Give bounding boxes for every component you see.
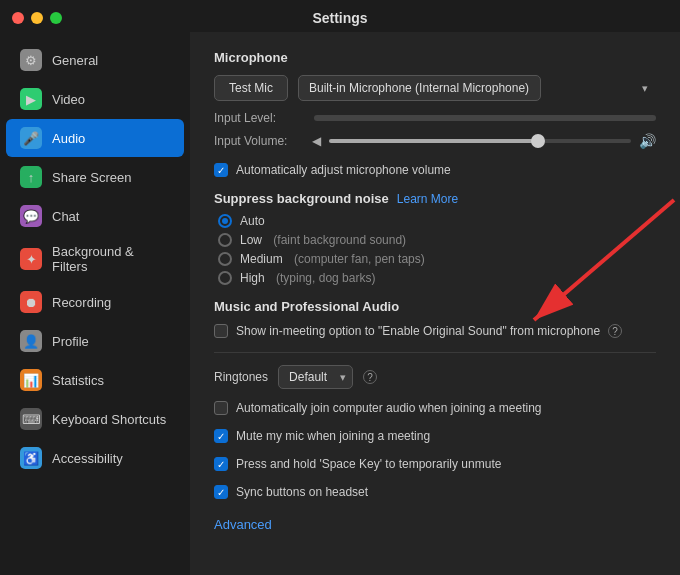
sidebar-item-label-background: Background & Filters bbox=[52, 244, 170, 274]
auto-adjust-label: Automatically adjust microphone volume bbox=[236, 163, 451, 177]
show-option-row: Show in-meeting option to "Enable Origin… bbox=[214, 324, 656, 338]
share-screen-icon: ↑ bbox=[20, 166, 42, 188]
ringtones-select-wrapper: Default Chime Bell None bbox=[278, 365, 353, 389]
mute-mic-row: Mute my mic when joining a meeting bbox=[214, 429, 656, 443]
audio-icon: 🎤 bbox=[20, 127, 42, 149]
sidebar-item-recording[interactable]: ⏺Recording bbox=[6, 283, 184, 321]
sidebar-item-label-general: General bbox=[52, 53, 98, 68]
sidebar-item-chat[interactable]: 💬Chat bbox=[6, 197, 184, 235]
sidebar-item-background[interactable]: ✦Background & Filters bbox=[6, 236, 184, 282]
sidebar-item-keyboard[interactable]: ⌨Keyboard Shortcuts bbox=[6, 400, 184, 438]
radio-medium-row: Medium (computer fan, pen taps) bbox=[218, 252, 656, 266]
radio-auto-label: Auto bbox=[240, 214, 265, 228]
content-wrapper: Microphone Test Mic Built-in Microphone … bbox=[214, 50, 656, 533]
advanced-link[interactable]: Advanced bbox=[214, 517, 272, 532]
window-title: Settings bbox=[312, 10, 367, 26]
radio-high[interactable] bbox=[218, 271, 232, 285]
sidebar-item-label-statistics: Statistics bbox=[52, 373, 104, 388]
radio-low-sublabel: (faint background sound) bbox=[270, 233, 406, 247]
suppress-title: Suppress background noise bbox=[214, 191, 389, 206]
mute-mic-checkbox[interactable] bbox=[214, 429, 228, 443]
sidebar: ⚙General▶Video🎤Audio↑Share Screen💬Chat✦B… bbox=[0, 32, 190, 575]
radio-auto[interactable] bbox=[218, 214, 232, 228]
volume-low-icon: ◀ bbox=[312, 134, 321, 148]
mic-select[interactable]: Built-in Microphone (Internal Microphone… bbox=[298, 75, 541, 101]
press-hold-checkbox[interactable] bbox=[214, 457, 228, 471]
press-hold-label: Press and hold 'Space Key' to temporaril… bbox=[236, 457, 501, 471]
sync-buttons-row: Sync buttons on headset bbox=[214, 485, 656, 499]
press-hold-row: Press and hold 'Space Key' to temporaril… bbox=[214, 457, 656, 471]
radio-high-label: High bbox=[240, 271, 265, 285]
accessibility-icon: ♿ bbox=[20, 447, 42, 469]
ringtones-select[interactable]: Default Chime Bell None bbox=[278, 365, 353, 389]
sidebar-item-video[interactable]: ▶Video bbox=[6, 80, 184, 118]
microphone-section-title: Microphone bbox=[214, 50, 656, 65]
input-level-bar bbox=[314, 115, 656, 121]
radio-medium-label: Medium bbox=[240, 252, 283, 266]
sidebar-item-label-recording: Recording bbox=[52, 295, 111, 310]
input-level-row: Input Level: bbox=[214, 111, 656, 125]
main-layout: ⚙General▶Video🎤Audio↑Share Screen💬Chat✦B… bbox=[0, 32, 680, 575]
chat-icon: 💬 bbox=[20, 205, 42, 227]
input-level-label: Input Level: bbox=[214, 111, 304, 125]
microphone-controls-row: Test Mic Built-in Microphone (Internal M… bbox=[214, 75, 656, 101]
radio-low-label: Low bbox=[240, 233, 262, 247]
volume-row: Input Volume: ◀ 🔊 bbox=[214, 133, 656, 149]
radio-auto-row: Auto bbox=[218, 214, 656, 228]
auto-join-checkbox[interactable] bbox=[214, 401, 228, 415]
sidebar-item-label-keyboard: Keyboard Shortcuts bbox=[52, 412, 166, 427]
radio-low[interactable] bbox=[218, 233, 232, 247]
minimize-button[interactable] bbox=[31, 12, 43, 24]
sidebar-item-profile[interactable]: 👤Profile bbox=[6, 322, 184, 360]
show-option-checkbox[interactable] bbox=[214, 324, 228, 338]
video-icon: ▶ bbox=[20, 88, 42, 110]
sidebar-item-label-share-screen: Share Screen bbox=[52, 170, 132, 185]
auto-adjust-checkbox[interactable] bbox=[214, 163, 228, 177]
volume-high-icon: 🔊 bbox=[639, 133, 656, 149]
sidebar-item-label-audio: Audio bbox=[52, 131, 85, 146]
maximize-button[interactable] bbox=[50, 12, 62, 24]
music-section-title: Music and Professional Audio bbox=[214, 299, 656, 314]
test-mic-button[interactable]: Test Mic bbox=[214, 75, 288, 101]
radio-medium-sublabel: (computer fan, pen taps) bbox=[291, 252, 425, 266]
profile-icon: 👤 bbox=[20, 330, 42, 352]
statistics-icon: 📊 bbox=[20, 369, 42, 391]
sidebar-item-general[interactable]: ⚙General bbox=[6, 41, 184, 79]
divider bbox=[214, 352, 656, 353]
ringtones-help-icon[interactable]: ? bbox=[363, 370, 377, 384]
noise-suppress-options: Auto Low (faint background sound) Medium… bbox=[218, 214, 656, 285]
title-bar: Settings bbox=[0, 0, 680, 32]
recording-icon: ⏺ bbox=[20, 291, 42, 313]
sidebar-item-audio[interactable]: 🎤Audio bbox=[6, 119, 184, 157]
input-volume-label: Input Volume: bbox=[214, 134, 304, 148]
traffic-lights bbox=[12, 12, 62, 24]
ringtones-label: Ringtones bbox=[214, 370, 268, 384]
sidebar-item-label-profile: Profile bbox=[52, 334, 89, 349]
close-button[interactable] bbox=[12, 12, 24, 24]
sidebar-item-statistics[interactable]: 📊Statistics bbox=[6, 361, 184, 399]
radio-low-row: Low (faint background sound) bbox=[218, 233, 656, 247]
sidebar-item-label-video: Video bbox=[52, 92, 85, 107]
sidebar-item-accessibility[interactable]: ♿Accessibility bbox=[6, 439, 184, 477]
auto-join-label: Automatically join computer audio when j… bbox=[236, 401, 542, 415]
mic-select-wrapper: Built-in Microphone (Internal Microphone… bbox=[298, 75, 656, 101]
sync-buttons-label: Sync buttons on headset bbox=[236, 485, 368, 499]
sidebar-item-share-screen[interactable]: ↑Share Screen bbox=[6, 158, 184, 196]
radio-medium[interactable] bbox=[218, 252, 232, 266]
sidebar-item-label-chat: Chat bbox=[52, 209, 79, 224]
sidebar-item-label-accessibility: Accessibility bbox=[52, 451, 123, 466]
auto-join-row: Automatically join computer audio when j… bbox=[214, 401, 656, 415]
keyboard-icon: ⌨ bbox=[20, 408, 42, 430]
sync-buttons-checkbox[interactable] bbox=[214, 485, 228, 499]
radio-high-sublabel: (typing, dog barks) bbox=[273, 271, 376, 285]
suppress-header: Suppress background noise Learn More bbox=[214, 191, 656, 206]
learn-more-link[interactable]: Learn More bbox=[397, 192, 458, 206]
volume-slider[interactable] bbox=[329, 139, 631, 143]
auto-adjust-row: Automatically adjust microphone volume bbox=[214, 163, 656, 177]
radio-high-row: High (typing, dog barks) bbox=[218, 271, 656, 285]
mute-mic-label: Mute my mic when joining a meeting bbox=[236, 429, 430, 443]
show-option-label: Show in-meeting option to "Enable Origin… bbox=[236, 324, 600, 338]
general-icon: ⚙ bbox=[20, 49, 42, 71]
background-icon: ✦ bbox=[20, 248, 42, 270]
show-option-help-icon[interactable]: ? bbox=[608, 324, 622, 338]
